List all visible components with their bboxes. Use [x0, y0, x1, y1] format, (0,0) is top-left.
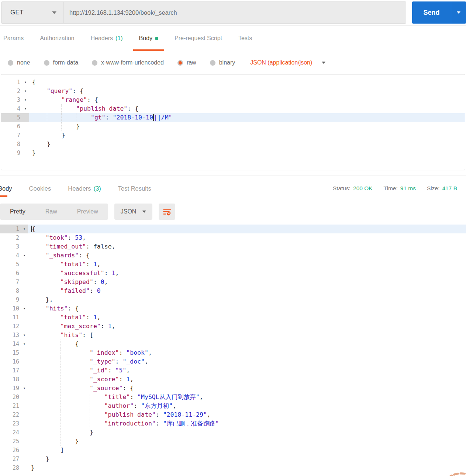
code-text[interactable]: "hits": {: [28, 304, 466, 313]
code-text[interactable]: "_id": "5",: [28, 366, 466, 375]
code-text[interactable]: "author": "东方月初",: [28, 402, 466, 410]
code-text[interactable]: }: [28, 455, 466, 463]
request-body-editor[interactable]: 1▾{2▾ "query": {3▾ "range": {4▾ "publish…: [1, 74, 465, 170]
code-text[interactable]: "took": 53,: [28, 233, 466, 242]
code-line: 21 "author": "东方月初",: [0, 402, 466, 410]
mode-label: binary: [219, 59, 235, 66]
fold-caret-icon[interactable]: ▾: [23, 251, 25, 260]
request-tab-headers[interactable]: Headers(1): [83, 26, 131, 51]
code-text[interactable]: }: [28, 428, 466, 437]
code-text[interactable]: "range": {: [29, 95, 465, 104]
view-tab-raw[interactable]: Raw: [35, 208, 67, 215]
code-text[interactable]: {: [29, 78, 465, 87]
fold-caret-icon[interactable]: ▾: [23, 304, 25, 313]
code-text[interactable]: },: [28, 295, 466, 304]
body-mode-none[interactable]: none: [8, 59, 30, 66]
line-gutter: 16: [0, 357, 28, 366]
code-text[interactable]: }: [29, 131, 465, 140]
fold-caret-icon[interactable]: ▾: [23, 340, 25, 348]
code-text[interactable]: "gt": "2018-10-10||/M": [29, 113, 465, 122]
json-punctuation: ,: [97, 261, 101, 268]
method-label: GET: [10, 9, 24, 16]
code-text[interactable]: "_score": 1,: [28, 375, 466, 384]
fold-caret-icon[interactable]: ▾: [24, 95, 27, 104]
json-punctuation: :: [134, 402, 141, 409]
request-tab-params[interactable]: Params: [0, 26, 32, 51]
body-mode-binary[interactable]: binary: [210, 59, 235, 66]
wrap-text-button[interactable]: [159, 204, 175, 220]
code-text[interactable]: "_shards": {: [28, 251, 466, 260]
response-tab-body[interactable]: Body: [0, 180, 21, 197]
fold-caret-icon[interactable]: ▾: [24, 87, 27, 95]
code-text[interactable]: "title": "MySQL从入门到放弃",: [28, 393, 466, 402]
code-text[interactable]: "failed": 0: [28, 286, 466, 295]
code-text[interactable]: }: [29, 149, 465, 157]
indent-guide: [75, 357, 75, 366]
request-tab-pre-request-script[interactable]: Pre-request Script: [166, 26, 230, 51]
indent-guide: [47, 131, 47, 140]
code-text[interactable]: "_source": {: [28, 384, 466, 393]
code-text[interactable]: }: [29, 140, 465, 149]
url-input[interactable]: [63, 2, 406, 23]
code-text[interactable]: }: [29, 122, 465, 131]
json-value: 1: [108, 323, 112, 330]
code-text[interactable]: "introduction": "库已删，准备跑路": [28, 419, 466, 428]
response-body-editor[interactable]: 1▾{2 "took": 53,3 "timed_out": false,4▾ …: [0, 225, 466, 472]
code-text[interactable]: "publish_date": "2018-11-29",: [28, 410, 466, 419]
fold-caret-icon[interactable]: ▾: [24, 104, 27, 113]
request-tab-body[interactable]: Body: [131, 26, 166, 51]
send-button[interactable]: Send: [412, 1, 451, 24]
request-tab-authorization[interactable]: Authorization: [32, 26, 82, 51]
code-text[interactable]: ]: [28, 446, 466, 455]
body-mode-raw[interactable]: raw: [177, 59, 196, 66]
response-tab-test-results[interactable]: Test Results: [118, 180, 160, 197]
code-text[interactable]: "successful": 1,: [28, 269, 466, 278]
indent-guide: [75, 393, 75, 402]
indent-guide: [60, 384, 61, 393]
code-text[interactable]: "publish_date": {: [29, 104, 465, 113]
send-options-button[interactable]: [451, 1, 466, 24]
code-text[interactable]: "query": {: [29, 87, 465, 95]
indent-guide: [46, 428, 46, 437]
code-text[interactable]: {: [28, 225, 466, 233]
json-key: "_shards": [46, 252, 79, 259]
body-mode-x-www-form-urlencoded[interactable]: x-www-form-urlencoded: [92, 59, 164, 66]
indent-guide: [60, 419, 61, 428]
json-punctuation: :: [86, 261, 93, 268]
code-text[interactable]: }: [28, 437, 466, 446]
line-gutter: 1▾: [1, 78, 29, 87]
json-punctuation: ,: [82, 234, 86, 241]
code-line: 15 "_index": "book",: [0, 348, 466, 357]
code-text[interactable]: "_type": "_doc",: [28, 357, 466, 366]
fold-caret-icon[interactable]: ▾: [23, 331, 25, 340]
content-type-select[interactable]: JSON (application/json): [250, 59, 325, 66]
code-text[interactable]: "total": 1,: [28, 260, 466, 269]
method-caret-icon: [52, 11, 56, 14]
method-select[interactable]: GET: [1, 2, 63, 23]
fold-caret-icon[interactable]: ▾: [23, 225, 25, 233]
view-tab-preview[interactable]: Preview: [67, 208, 108, 215]
body-mode-form-data[interactable]: form-data: [44, 59, 78, 66]
code-text[interactable]: "_index": "book",: [28, 348, 466, 357]
line-gutter: 11: [0, 313, 28, 322]
request-tab-tests[interactable]: Tests: [230, 26, 260, 51]
fold-caret-icon[interactable]: ▾: [24, 78, 27, 87]
code-text[interactable]: "hits": [: [28, 331, 466, 340]
code-text[interactable]: {: [28, 340, 466, 348]
json-key: "hits": [60, 331, 82, 338]
view-tab-pretty[interactable]: Pretty: [0, 208, 35, 215]
fold-caret-icon[interactable]: ▾: [23, 384, 25, 393]
radio-icon: [8, 60, 13, 66]
response-tab-cookies[interactable]: Cookies: [29, 180, 60, 197]
response-tab-headers[interactable]: Headers(3): [68, 180, 110, 197]
code-line: 12 "max_score": 1,: [0, 322, 466, 331]
response-language-select[interactable]: JSON: [114, 204, 153, 220]
line-number: 25: [13, 437, 19, 446]
code-text[interactable]: "max_score": 1,: [28, 322, 466, 331]
code-text[interactable]: "skipped": 0,: [28, 278, 466, 286]
content-type-label: JSON (application/json): [250, 59, 312, 66]
code-line: 6 }: [1, 122, 465, 131]
code-text[interactable]: "total": 1,: [28, 313, 466, 322]
code-text[interactable]: }: [28, 463, 466, 472]
code-text[interactable]: "timed_out": false,: [28, 242, 466, 251]
